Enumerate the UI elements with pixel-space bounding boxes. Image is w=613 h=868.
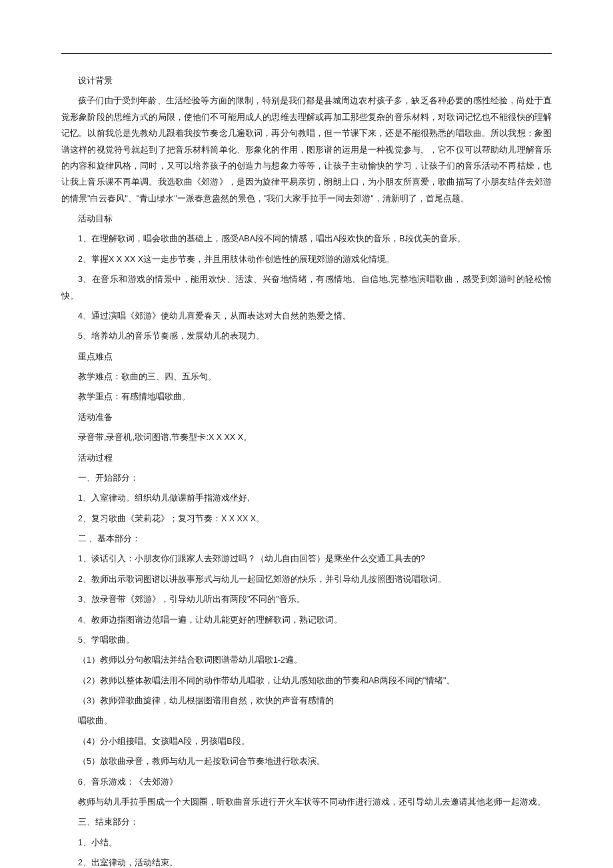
paragraph: 一、开始部分：: [61, 470, 552, 486]
paragraph: 3、放录音带《郊游》，引导幼儿听出有两段"不同的"音乐。: [61, 591, 552, 607]
paragraph: （2）教师以整体教唱法用不同的动作带幼儿唱歌，让幼儿感知歌曲的节奏和AB两段不同…: [61, 673, 552, 689]
paragraph: 教学重点：有感情地唱歌曲。: [61, 389, 552, 405]
paragraph: 录音带,录音机,歌词图谱,节奏型卡:X X XX X。: [61, 429, 552, 445]
paragraph: 1、小结。: [61, 835, 552, 851]
paragraph: 孩子们由于受到年龄、生活经验等方面的限制，特别是我们都是县城周边农村孩子多，缺乏…: [61, 93, 552, 207]
paragraph: 4、教师边指图谱边范唱一遍，让幼儿能更好的理解歌词，熟记歌词。: [61, 612, 552, 628]
paragraph: 二 、基本部分：: [61, 531, 552, 547]
paragraph: （4）分小组接唱。女孩唱A段，男孩唱B段。: [61, 733, 552, 749]
paragraph: 5、培养幼儿的音乐节奏感，发展幼儿的表现力。: [61, 328, 552, 344]
paragraph: （1）教师以分句教唱法并结合歌词图谱带幼儿唱歌1-2遍。: [61, 652, 552, 668]
paragraph: 教师与幼儿手拉手围成一个大圆圈，听歌曲音乐进行开火车状等不同动作进行游戏，还引导…: [61, 794, 552, 810]
top-divider: [61, 53, 552, 54]
paragraph: 2、掌握X X XX X这一走步节奏，并且用肢体动作创造性的展现郊游的游戏化情境…: [61, 251, 552, 267]
paragraph: 活动过程: [61, 450, 552, 466]
paragraph: 2、复习歌曲《茉莉花》；复习节奏：X X XX X。: [61, 511, 552, 527]
paragraph: 活动目标: [61, 211, 552, 227]
paragraph: （5）放歌曲录音，教师与幼儿一起按歌词合节奏地进行歌表演。: [61, 753, 552, 769]
document-page: 设计背景孩子们由于受到年龄、生活经验等方面的限制，特别是我们都是县城周边农村孩子…: [0, 0, 613, 868]
document-body: 设计背景孩子们由于受到年龄、生活经验等方面的限制，特别是我们都是县城周边农村孩子…: [61, 73, 552, 868]
paragraph: 三、结束部分：: [61, 814, 552, 830]
paragraph: 4、通过演唱《郊游》使幼儿喜爱春天，从而表达对大自然的热爱之情。: [61, 308, 552, 324]
paragraph: 设计背景: [61, 73, 552, 89]
paragraph: 教学难点：歌曲的三、四、五乐句。: [61, 369, 552, 385]
paragraph: 2、出室律动，活动结束。: [61, 855, 552, 868]
paragraph: 1、在理解歌词，唱会歌曲的基础上，感受ABA段不同的情感，唱出A段欢快的音乐，B…: [61, 231, 552, 247]
paragraph: 6、音乐游戏：《去郊游》: [61, 774, 552, 790]
paragraph: 活动准备: [61, 409, 552, 425]
paragraph: 唱歌曲。: [61, 713, 552, 729]
paragraph: 1、入室律动。组织幼儿做课前手指游戏坐好,: [61, 490, 552, 506]
paragraph: 重点难点: [61, 349, 552, 365]
paragraph: 2、教师出示歌词图谱以讲故事形式与幼儿一起回忆郊游的快乐，并引导幼儿按照图谱说唱…: [61, 571, 552, 587]
paragraph: 3、在音乐和游戏的情景中，能用欢快、活泼、兴奋地情绪，有感情地、自信地,完整地演…: [61, 271, 552, 304]
paragraph: 5、学唱歌曲。: [61, 632, 552, 648]
paragraph: （3）教师弹歌曲旋律，幼儿根据图谱用自然，欢快的声音有感情的: [61, 693, 552, 709]
paragraph: 1、谈话引入：小朋友你们跟家人去郊游过吗？（幼儿自由回答）是乘坐什么交通工具去的…: [61, 551, 552, 567]
